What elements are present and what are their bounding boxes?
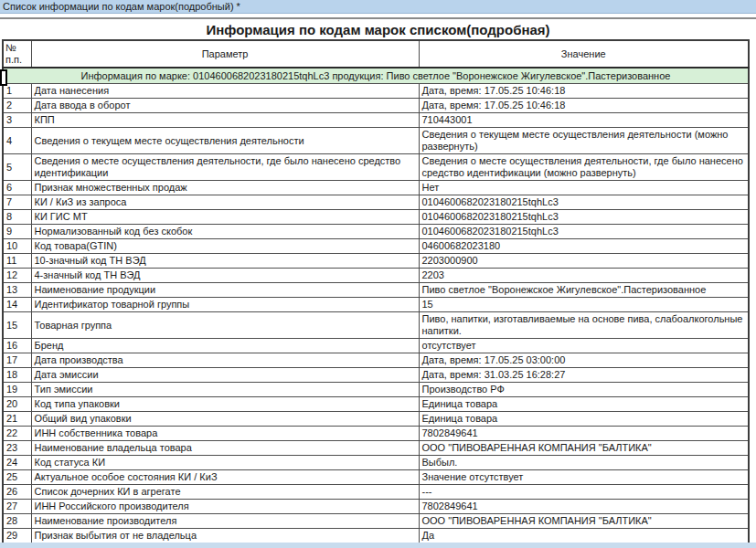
- table-row[interactable]: 28Наименование производителяООО "ПИВОВАР…: [3, 514, 749, 529]
- table-row[interactable]: 3КПП710443001: [3, 113, 749, 128]
- table-row[interactable]: 14Идентификатор товарной группы15: [3, 298, 749, 312]
- param-cell: Признак множественных продаж: [31, 181, 419, 195]
- mark-info-row[interactable]: Информация по марке: 0104600682023180215…: [3, 68, 749, 84]
- param-cell: КИ ГИС МТ: [31, 210, 419, 225]
- table-row[interactable]: 6Признак множественных продажНет: [3, 181, 749, 195]
- table-row[interactable]: 5Сведения о месте осуществления деятельн…: [3, 154, 749, 181]
- row-number: 15: [3, 312, 31, 339]
- value-cell: 04600682023180: [419, 239, 749, 254]
- column-header-value[interactable]: Значение: [419, 40, 749, 68]
- param-cell: Наименование владельца товара: [31, 441, 419, 456]
- table-row[interactable]: 2Дата ввода в оборотДата, время: 17.05.2…: [3, 99, 749, 113]
- row-number: 28: [3, 514, 31, 529]
- report-heading: Информация по кодам марок списком(подроб…: [0, 22, 756, 37]
- row-number: 21: [3, 412, 31, 427]
- row-number: 6: [3, 181, 31, 195]
- table-row[interactable]: 15Товарная группаПиво, напитки, изготавл…: [3, 312, 749, 339]
- param-cell: 4-значный код ТН ВЭД: [31, 269, 419, 283]
- param-cell: Код статуса КИ: [31, 456, 419, 470]
- row-number: 13: [3, 283, 31, 298]
- row-number: 27: [3, 500, 31, 514]
- table-row[interactable]: 19Тип эмиссииПроизводство РФ: [3, 383, 749, 397]
- row-number: 8: [3, 210, 31, 225]
- value-cell: 15: [419, 298, 749, 312]
- value-cell: 7802849641: [419, 500, 749, 514]
- param-cell: Актуальное особое состояния КИ / КиЗ: [31, 470, 419, 485]
- table-row[interactable]: 21Общий вид упаковкиЕдиница товара: [3, 412, 749, 427]
- table-row[interactable]: 17Дата производстваДата, время: 17.05.25…: [3, 353, 749, 368]
- row-number: 4: [3, 128, 31, 154]
- param-cell: Бренд: [31, 339, 419, 353]
- document-tab-bar[interactable]: Список информации по кодам марок(подробн…: [0, 0, 756, 14]
- table-row[interactable]: 22ИНН собственника товара7802849641: [3, 427, 749, 441]
- value-cell: 0104600682023180215tqhLc3: [419, 225, 749, 239]
- value-cell: Единица товара: [419, 412, 749, 427]
- value-cell: Выбыл.: [419, 456, 749, 470]
- param-cell: КПП: [31, 113, 419, 128]
- param-cell: Список дочерних КИ в агрегате: [31, 485, 419, 500]
- row-number: 3: [3, 113, 31, 128]
- param-cell: Идентификатор товарной группы: [31, 298, 419, 312]
- table-row[interactable]: 16Брендотсутствует: [3, 339, 749, 353]
- document-tab-title: Список информации по кодам марок(подробн…: [3, 1, 240, 12]
- row-number: 29: [3, 529, 31, 543]
- param-cell: Общий вид упаковки: [31, 412, 419, 427]
- table-row[interactable]: 25Актуальное особое состояния КИ / КиЗЗн…: [3, 470, 749, 485]
- value-cell: Производство РФ: [419, 383, 749, 397]
- value-cell: Нет: [419, 181, 749, 195]
- row-number: 17: [3, 353, 31, 368]
- report-area: Информация по кодам марок списком(подроб…: [0, 19, 756, 548]
- column-header-num[interactable]: № п.п.: [3, 40, 31, 68]
- param-cell: Сведения о месте осуществления деятельно…: [31, 154, 419, 181]
- value-cell: Дата, время: 17.05.25 10:46:18: [419, 84, 749, 99]
- column-header-param[interactable]: Параметр: [31, 40, 419, 68]
- table-row[interactable]: 9Нормализованный код без скобок010460068…: [3, 225, 749, 239]
- param-cell: ИНН Российского производителя: [31, 500, 419, 514]
- value-cell: ООО "ПИВОВАРЕННАЯ КОМПАНИЯ "БАЛТИКА": [419, 441, 749, 456]
- param-cell: Дата нанесения: [31, 84, 419, 99]
- report-table: № п.п. Параметр Значение Информация по м…: [2, 39, 750, 548]
- value-cell: Дата, время: 17.05.25 10:46:18: [419, 99, 749, 113]
- value-cell: отсутствует: [419, 339, 749, 353]
- value-cell: 0104600682023180215tqhLc3: [419, 210, 749, 225]
- value-cell: 7802849641: [419, 427, 749, 441]
- table-row[interactable]: 124-значный код ТН ВЭД2203: [3, 269, 749, 283]
- table-row[interactable]: 7КИ / КиЗ из запроса0104600682023180215t…: [3, 195, 749, 210]
- table-row[interactable]: 24Код статуса КИВыбыл.: [3, 456, 749, 470]
- table-row[interactable]: 1Дата нанесенияДата, время: 17.05.25 10:…: [3, 84, 749, 99]
- window-bottom-edge: [0, 543, 756, 548]
- mark-info-text: Информация по марке: 0104600682023180215…: [3, 68, 749, 84]
- table-row[interactable]: 4Сведения о текущем месте осуществления …: [3, 128, 749, 154]
- table-row[interactable]: 23Наименование владельца товараООО "ПИВО…: [3, 441, 749, 456]
- param-cell: Дата ввода в оборот: [31, 99, 419, 113]
- table-row[interactable]: 29Признак выбытия от не владельцаДа: [3, 529, 749, 543]
- row-number: 25: [3, 470, 31, 485]
- value-cell: Дата, время: 17.05.25 03:00:00: [419, 353, 749, 368]
- param-cell: Дата эмиссии: [31, 368, 419, 383]
- row-number: 18: [3, 368, 31, 383]
- value-cell: ---: [419, 485, 749, 500]
- param-cell: 10-значный код ТН ВЭД: [31, 254, 419, 269]
- table-row[interactable]: 20Код типа упаковкиЕдиница товара: [3, 397, 749, 412]
- row-number: 7: [3, 195, 31, 210]
- row-number: 19: [3, 383, 31, 397]
- table-row[interactable]: 10Код товара(GTIN)04600682023180: [3, 239, 749, 254]
- value-cell: 2203: [419, 269, 749, 283]
- row-number: 16: [3, 339, 31, 353]
- value-cell: Единица товара: [419, 397, 749, 412]
- table-row[interactable]: 18Дата эмиссииДата, время: 31.03.25 16:2…: [3, 368, 749, 383]
- table-row[interactable]: 8КИ ГИС МТ0104600682023180215tqhLc3: [3, 210, 749, 225]
- param-cell: Товарная группа: [31, 312, 419, 339]
- param-cell: Сведения о текущем месте осуществления д…: [31, 128, 419, 154]
- table-row[interactable]: 27ИНН Российского производителя780284964…: [3, 500, 749, 514]
- table-row[interactable]: 1110-значный код ТН ВЭД2203000900: [3, 254, 749, 269]
- value-cell: Да: [419, 529, 749, 543]
- value-cell: 710443001: [419, 113, 749, 128]
- table-row[interactable]: 13Наименование продукцииПиво светлое "Во…: [3, 283, 749, 298]
- value-cell: ООО "ПИВОВАРЕННАЯ КОМПАНИЯ "БАЛТИКА": [419, 514, 749, 529]
- param-cell: Код типа упаковки: [31, 397, 419, 412]
- value-cell: 2203000900: [419, 254, 749, 269]
- value-cell: Дата, время: 31.03.25 16:28:27: [419, 368, 749, 383]
- row-number: 12: [3, 269, 31, 283]
- table-row[interactable]: 26Список дочерних КИ в агрегате---: [3, 485, 749, 500]
